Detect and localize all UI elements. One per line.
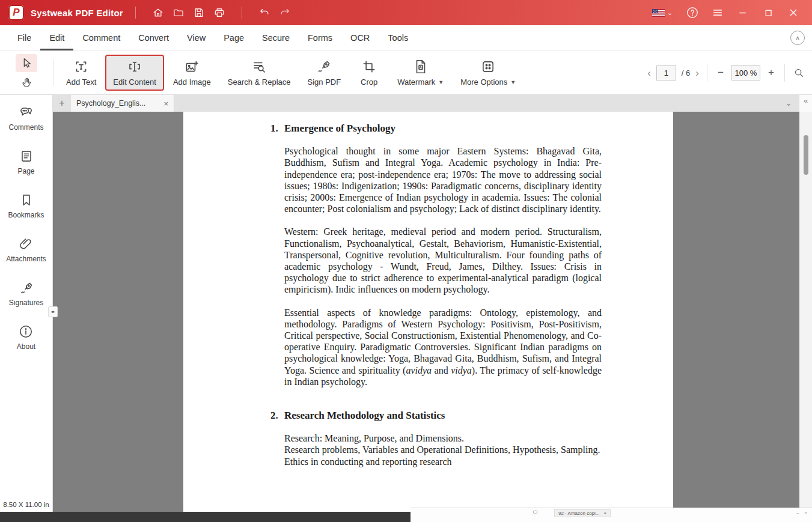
sidebar-item-page[interactable]: Page — [17, 148, 34, 175]
info-icon — [18, 324, 34, 339]
tab-list-chevron-icon[interactable]: ⌄ — [778, 95, 799, 112]
collapse-ribbon-button[interactable]: ∧ — [790, 31, 805, 45]
sidebar-item-signatures[interactable]: Signatures — [9, 280, 43, 307]
divider — [784, 64, 785, 82]
menu-ocr[interactable]: OCR — [341, 25, 379, 50]
add-image-icon — [184, 59, 200, 74]
paragraph[interactable]: Research problems, Variables and Operati… — [284, 444, 602, 455]
menu-page[interactable]: Page — [215, 25, 253, 50]
crop-button[interactable]: Crop — [350, 55, 388, 91]
paragraph[interactable]: Ethics in conducting and reporting resea… — [284, 456, 602, 467]
document-area: + Psychology_Englis... × ⌄ « 1. Emergenc… — [53, 95, 812, 512]
minimize-button[interactable] — [733, 4, 753, 22]
toolbar-buttons: Add Text Edit Content Add Image Search &… — [53, 51, 524, 94]
vertical-scrollbar[interactable] — [799, 112, 812, 512]
search-icon[interactable] — [793, 67, 805, 79]
add-text-button[interactable]: Add Text — [58, 55, 104, 91]
page-count-label: / 6 — [682, 68, 690, 77]
menu-file[interactable]: File — [8, 25, 40, 50]
toolbar: Add Text Edit Content Add Image Search &… — [0, 51, 812, 95]
watermark-button[interactable]: A Watermark▼ — [389, 55, 451, 91]
open-folder-icon[interactable] — [168, 4, 189, 22]
divider — [707, 64, 707, 82]
save-icon[interactable] — [189, 4, 209, 22]
titlebar: P Systweak PDF Editor — [0, 0, 812, 25]
add-image-button[interactable]: Add Image — [165, 55, 219, 91]
background-window-tabrow: 92 - Amazon copi... × ⌄ « — [411, 508, 812, 517]
app-logo-icon: P — [8, 5, 24, 20]
dropdown-caret-icon: ▼ — [438, 79, 444, 85]
language-selector[interactable]: ⌄ — [652, 9, 673, 17]
hand-tool-button[interactable] — [16, 74, 37, 92]
document-tab[interactable]: Psychology_Englis... × — [71, 95, 174, 112]
sign-pdf-icon — [316, 59, 332, 74]
search-replace-icon — [251, 59, 267, 74]
home-icon[interactable] — [148, 4, 168, 22]
pdf-viewport: 1. Emergence of Psychology Psychological… — [53, 112, 812, 512]
section-2-heading[interactable]: 2. Research Methodology and Statistics — [270, 410, 602, 421]
zoom-level-value[interactable]: 100 % — [731, 65, 760, 80]
zoom-out-button[interactable]: − — [715, 67, 726, 79]
bookmarks-icon — [19, 192, 34, 208]
signature-pen-icon — [19, 280, 34, 296]
divider — [242, 7, 242, 19]
chevron-down-icon: ⌄ — [667, 9, 673, 17]
select-tool-button[interactable] — [16, 54, 37, 72]
menu-forms[interactable]: Forms — [299, 25, 341, 50]
menu-convert[interactable]: Convert — [129, 25, 178, 50]
comment-bubble-icon — [532, 508, 539, 518]
paragraph[interactable]: Psychological thought in some major East… — [284, 145, 602, 214]
sidebar-item-bookmarks[interactable]: Bookmarks — [8, 192, 44, 219]
new-tab-button[interactable]: + — [53, 95, 71, 112]
prev-page-button[interactable]: ‹ — [647, 68, 651, 78]
view-controls: ‹ / 6 › − 100 % + — [647, 51, 812, 94]
background-window-corner-icons: ⌄ « — [796, 510, 809, 515]
sign-pdf-button[interactable]: Sign PDF — [300, 55, 349, 91]
section-1-heading[interactable]: 1. Emergence of Psychology — [270, 123, 602, 134]
comments-icon — [18, 105, 34, 120]
section-2: 2. Research Methodology and Statistics R… — [284, 410, 602, 467]
scrollbar-thumb[interactable] — [804, 135, 808, 175]
paragraph[interactable]: Western: Greek heritage, medieval period… — [284, 226, 602, 295]
background-window-tab[interactable]: 92 - Amazon copi... × — [554, 509, 611, 517]
next-page-button[interactable]: › — [695, 68, 699, 78]
redo-icon[interactable] — [275, 4, 295, 22]
us-flag-icon — [652, 9, 665, 17]
sidebar-item-about[interactable]: About — [17, 324, 35, 351]
tab-close-icon[interactable]: × — [163, 99, 168, 108]
undo-icon[interactable] — [254, 4, 275, 22]
paperclip-icon — [18, 236, 34, 252]
tabbar-spacer — [174, 95, 778, 112]
menu-edit[interactable]: Edit — [40, 25, 73, 50]
crop-icon — [361, 59, 377, 74]
page-size-label: 8.50 X 11.00 in — [3, 501, 49, 508]
page-icon — [19, 148, 34, 164]
paragraph[interactable]: Research: Meaning, Purpose, and Dimensio… — [284, 432, 602, 444]
paragraph[interactable]: Essential aspects of knowledge paradigms… — [284, 307, 602, 387]
more-options-icon — [480, 59, 496, 74]
menu-secure[interactable]: Secure — [253, 25, 299, 50]
edit-content-button[interactable]: Edit Content — [105, 55, 164, 91]
zoom-in-button[interactable]: + — [766, 67, 777, 79]
collapse-panel-icon[interactable]: « — [799, 95, 812, 112]
systweak-pdf-editor-window: P Systweak PDF Editor — [0, 0, 812, 522]
help-icon[interactable] — [682, 4, 703, 22]
close-button[interactable] — [783, 4, 804, 22]
print-icon[interactable] — [209, 4, 230, 22]
background-tab-close-icon[interactable]: × — [603, 511, 606, 516]
menu-view[interactable]: View — [178, 25, 215, 50]
sidebar-splitter-handle[interactable]: ◂▸ — [48, 306, 58, 317]
search-replace-button[interactable]: Search & Replace — [220, 55, 299, 91]
watermark-icon: A — [413, 59, 429, 74]
page-number-input[interactable] — [656, 65, 676, 80]
sidebar-item-comments[interactable]: Comments — [8, 105, 43, 132]
maximize-button[interactable] — [758, 4, 778, 22]
tabbar: + Psychology_Englis... × ⌄ « — [53, 95, 812, 112]
menu-icon[interactable] — [707, 4, 728, 22]
menubar: File Edit Comment Convert View Page Secu… — [0, 25, 812, 51]
menu-comment[interactable]: Comment — [73, 25, 129, 50]
sidebar-item-attachments[interactable]: Attachments — [6, 236, 46, 263]
menu-tools[interactable]: Tools — [379, 25, 417, 50]
more-options-button[interactable]: More Options▼ — [453, 55, 524, 91]
tab-title: Psychology_Englis... — [76, 99, 159, 108]
